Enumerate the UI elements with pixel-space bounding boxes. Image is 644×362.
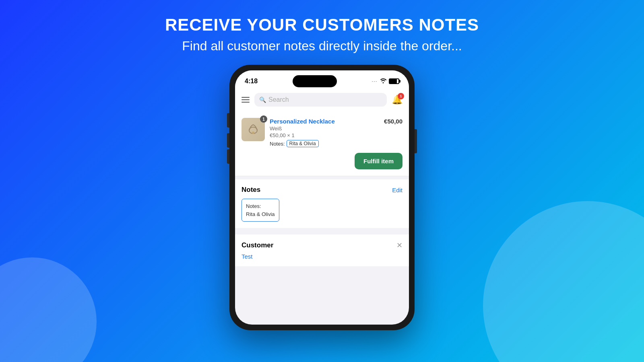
search-icon: 🔍: [259, 97, 266, 103]
item-price: €50,00: [384, 118, 402, 125]
customer-section-title: Customer: [242, 241, 273, 249]
customer-close-button[interactable]: ✕: [396, 241, 402, 250]
item-variant: Weiß: [270, 125, 379, 132]
notes-section-header: Notes Edit: [242, 186, 402, 194]
notification-badge: 1: [398, 93, 404, 99]
page-title: RECEIVE YOUR CUSTOMERS NOTES: [165, 15, 479, 35]
customer-section: Customer ✕ Test: [235, 234, 409, 266]
notes-label: Notes:: [270, 141, 285, 147]
page-header: RECEIVE YOUR CUSTOMERS NOTES Find all cu…: [165, 15, 479, 53]
hamburger-menu-button[interactable]: [242, 97, 250, 103]
phone-frame: 4:18 ···: [229, 65, 415, 330]
notes-content-box: Notes: Rita & Olivia: [242, 199, 279, 222]
notes-section: Notes Edit Notes: Rita & Olivia: [235, 179, 409, 228]
order-item-row: 1 Personalized Necklac: [242, 118, 402, 147]
notes-edit-button[interactable]: Edit: [392, 187, 402, 193]
fulfill-row: Fulfill item: [242, 153, 402, 169]
notes-value-tag: Rita & Olivia: [287, 140, 319, 147]
phone-mockup: 4:18 ···: [229, 65, 415, 330]
search-input[interactable]: Search: [268, 96, 289, 103]
section-divider-2: [235, 228, 409, 231]
item-price-line: €50,00 × 1: [270, 132, 379, 138]
status-icons: ···: [372, 78, 399, 84]
customer-header: Customer ✕: [242, 241, 402, 250]
signal-icon: ···: [372, 79, 378, 84]
notes-section-title: Notes: [242, 186, 260, 194]
battery-icon: [389, 78, 399, 84]
dynamic-island: [293, 75, 337, 87]
bg-circle-right: [483, 201, 644, 362]
status-bar: 4:18 ···: [235, 70, 409, 90]
order-item-section: 1 Personalized Necklac: [235, 111, 409, 176]
item-name: Personalized Necklace: [270, 118, 379, 125]
item-details: Personalized Necklace Weiß €50,00 × 1 No…: [270, 118, 379, 147]
svg-point-1: [252, 132, 254, 134]
top-bar: 🔍 Search 🔔 1: [235, 90, 409, 111]
screen-content: 1 Personalized Necklac: [235, 111, 409, 325]
page-subtitle: Find all customer notes directly inside …: [165, 39, 479, 53]
wifi-icon: [380, 78, 386, 84]
customer-name[interactable]: Test: [242, 253, 402, 260]
notes-content-text: Notes: Rita & Olivia: [246, 202, 275, 218]
item-thumbnail-wrapper: 1: [242, 118, 265, 141]
bg-circle-left: [0, 257, 97, 362]
search-bar[interactable]: 🔍 Search: [254, 93, 387, 107]
section-divider-1: [235, 176, 409, 179]
status-time: 4:18: [245, 78, 258, 85]
item-notes-line: Notes: Rita & Olivia: [270, 140, 379, 147]
fulfill-item-button[interactable]: Fulfill item: [355, 153, 402, 169]
phone-screen: 4:18 ···: [235, 70, 409, 325]
notification-button[interactable]: 🔔 1: [392, 95, 402, 105]
